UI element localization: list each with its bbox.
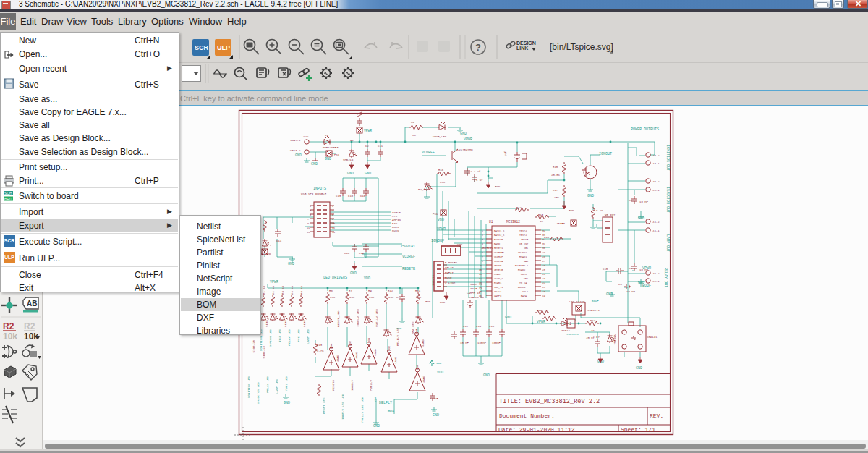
svg-text:IGNH 13: IGNH 13 [470, 283, 482, 286]
svg-text:INJH 14: INJH 14 [470, 287, 482, 290]
svg-text:4AND: 4AND [336, 355, 339, 362]
svg-text:LED DRIVERS: LED DRIVERS [323, 276, 347, 280]
svg-text:SPLIT: SPLIT [445, 266, 454, 269]
svg-text:SIG8-15: SIG8-15 [252, 340, 255, 353]
svg-text:BILPNPS.1: BILPNPS.1 [515, 264, 528, 267]
svg-text:7: 7 [482, 255, 483, 258]
svg-text:YB03A4: YB03A4 [613, 334, 616, 345]
svg-text:IGNELV LED LED: IGNELV LED LED [341, 394, 344, 420]
svg-text:10 nF: 10 nF [460, 342, 469, 344]
svg-text:KB2: KB2 [524, 277, 528, 280]
svg-text:RUSE: RUSE [445, 276, 452, 279]
svg-text:VDD: VDD [457, 243, 463, 246]
svg-text:GND: GND [288, 262, 294, 266]
svg-text:VBAT-2: VBAT-2 [290, 149, 301, 152]
svg-text:VPWR_LED: VPWR_LED [433, 135, 447, 138]
svg-text:B15: B15 [544, 236, 550, 239]
svg-text:ULP: ULP [217, 44, 230, 51]
svg-text:DELFLY: DELFLY [379, 401, 392, 405]
svg-text:3: 3 [310, 209, 311, 212]
svg-text:INLA: INLA [522, 290, 529, 293]
svg-text:21: 21 [542, 286, 545, 289]
svg-text:BAND: BAND [494, 242, 500, 245]
svg-text:1K: 1K [591, 329, 595, 332]
svg-text:J8-1: J8-1 [652, 280, 660, 283]
svg-text:12: 12 [332, 226, 335, 229]
svg-text:WB_INT: WB_INT [605, 213, 616, 216]
svg-text:C11: C11 [378, 145, 383, 148]
svg-text:5: 5 [310, 213, 311, 216]
svg-text:INPUTS: INPUTS [313, 187, 326, 191]
svg-text:JE3F3: JE3F3 [556, 222, 566, 225]
svg-text:?: ? [475, 42, 481, 53]
svg-text:INPUTS: INPUTS [432, 274, 435, 286]
svg-text:12: 12 [479, 277, 482, 280]
svg-text:BATV2_S: BATV2_S [494, 234, 504, 237]
svg-text:INJ LED: INJ LED [278, 329, 281, 342]
svg-text:C15: C15 [348, 195, 354, 198]
svg-text:C14: C14 [276, 240, 282, 242]
svg-text:6: 6 [482, 251, 483, 254]
svg-text:INJECTOR LED: INJECTOR LED [257, 382, 260, 405]
svg-text:28: 28 [542, 255, 545, 258]
svg-text:RSAD1: RSAD1 [519, 255, 527, 258]
svg-text:GND: GND [505, 316, 511, 320]
svg-text:INJ1A: INJ1A [494, 290, 502, 293]
svg-text:PFI LED: PFI LED [297, 329, 300, 342]
svg-text:FUELLV_LED: FUELLV_LED [375, 308, 378, 327]
svg-text:5V_LED: 5V_LED [418, 188, 429, 191]
svg-text:XCLN_1: XCLN_1 [494, 277, 503, 280]
svg-text:Document Number:: Document Number: [499, 412, 555, 419]
svg-text:10K: 10K [554, 196, 560, 199]
svg-text:43R: 43R [416, 296, 422, 299]
svg-text:J5-1: J5-1 [652, 189, 660, 192]
svg-text:43R: 43R [330, 296, 336, 299]
svg-text:SCH: SCH [4, 191, 12, 195]
svg-text:R12: R12 [388, 289, 393, 292]
svg-text:10 nF: 10 nF [626, 290, 636, 293]
svg-text:20.0K: 20.0K [551, 174, 561, 177]
svg-text:R4 43: R4 43 [291, 285, 294, 295]
svg-text:PS1: PS1 [334, 153, 340, 156]
svg-text:RELAY LED: RELAY LED [288, 329, 291, 346]
svg-text:[bin/LTspice.svg]: [bin/LTspice.svg] [550, 42, 613, 52]
svg-text:GND: GND [433, 413, 439, 418]
svg-text:GND: GND [460, 132, 467, 136]
svg-text:GND: GND [295, 153, 302, 158]
svg-text:GND: GND [373, 424, 380, 428]
svg-text:C6: C6 [618, 283, 622, 286]
svg-text:J503141: J503141 [566, 333, 579, 336]
svg-text:GND: GND [365, 172, 371, 176]
svg-text:11: 11 [479, 273, 482, 276]
svg-text:POWER OUTPUTS: POWER OUTPUTS [631, 127, 659, 132]
svg-text:VCOREF: VCOREF [422, 151, 435, 155]
svg-text:MBRS2DBF3: MBRS2DBF3 [323, 146, 339, 149]
svg-text:J3-1: J3-1 [652, 162, 660, 165]
svg-text:MRA_LED: MRA_LED [412, 321, 414, 334]
svg-text:19: 19 [542, 295, 545, 297]
svg-text:6: 6 [332, 213, 333, 216]
svg-text:4AND: 4AND [374, 349, 377, 356]
svg-text:R10: R10 [553, 166, 558, 169]
svg-text:GND: GND [325, 157, 331, 161]
svg-text:2.2 uf: 2.2 uf [470, 170, 481, 173]
svg-text:8: 8 [482, 260, 483, 263]
svg-text:ZS012: ZS012 [561, 329, 571, 332]
svg-text:VDD: VDD [364, 276, 370, 281]
svg-text:43R: 43R [349, 296, 355, 299]
svg-text:J0 nf: J0 nf [586, 336, 595, 339]
svg-text:GND: GND [495, 185, 501, 188]
svg-text:180nF: 180nF [492, 342, 501, 344]
svg-text:R9: R9 [368, 289, 372, 292]
svg-text:BRD: BRD [4, 197, 12, 201]
svg-text:R7: R7 [349, 289, 352, 292]
svg-text:RSADT: RSADT [494, 273, 501, 276]
svg-text:GND: GND [569, 209, 574, 212]
svg-text:SIG8: SIG8 [265, 320, 268, 327]
svg-text:IGNITION OUT: IGNITION OUT [665, 145, 670, 171]
svg-text:LINK: LINK [516, 46, 528, 51]
svg-text:43R: 43R [440, 181, 446, 184]
svg-text:4AND: 4AND [422, 339, 425, 347]
svg-text:C18: C18 [344, 252, 350, 255]
svg-text:TN_2A: TN_2A [519, 281, 527, 284]
